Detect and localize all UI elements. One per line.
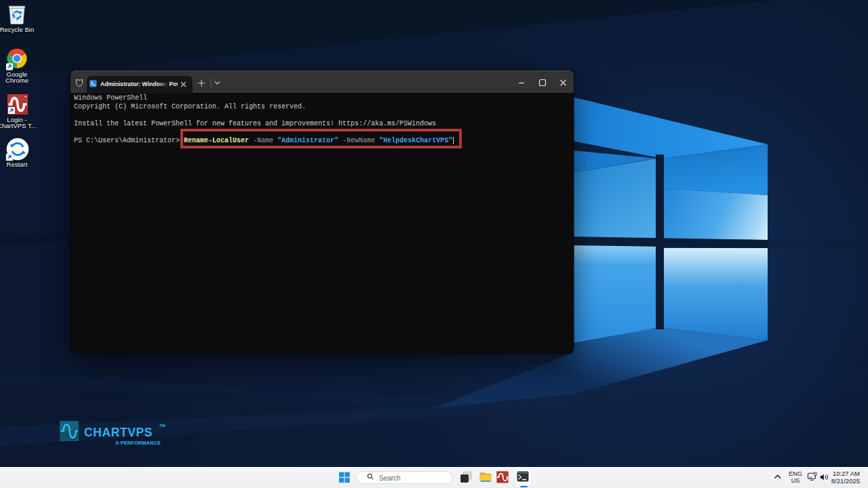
- svg-text:CHARTVPS: CHARTVPS: [84, 426, 153, 439]
- svg-text:TM: TM: [159, 424, 165, 428]
- svg-text:™: ™: [24, 96, 28, 99]
- svg-text:X-PERFORMANCE: X-PERFORMANCE: [115, 440, 161, 446]
